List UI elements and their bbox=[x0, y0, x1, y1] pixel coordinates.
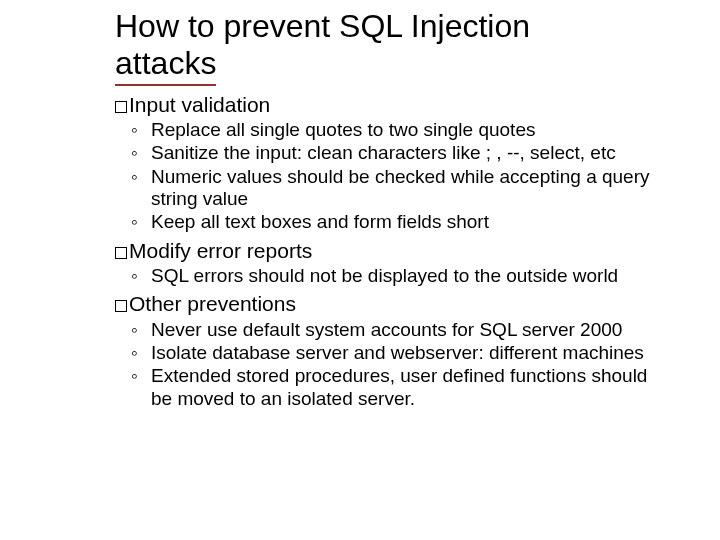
slide-title: How to prevent SQL Injection attacks bbox=[115, 8, 662, 86]
ring-bullet-icon: ◦ bbox=[131, 342, 151, 364]
ring-bullet-icon: ◦ bbox=[131, 119, 151, 141]
heading-text: Modify error reports bbox=[129, 239, 312, 262]
ring-bullet-icon: ◦ bbox=[131, 211, 151, 233]
title-line-2: attacks bbox=[115, 45, 216, 86]
section-items: ◦SQL errors should not be displayed to t… bbox=[131, 265, 662, 287]
checkbox-icon bbox=[115, 300, 127, 312]
list-item: ◦Isolate database server and webserver: … bbox=[131, 342, 662, 364]
section-items: ◦Replace all single quotes to two single… bbox=[131, 119, 662, 234]
list-item: ◦Replace all single quotes to two single… bbox=[131, 119, 662, 141]
list-item: ◦Numeric values should be checked while … bbox=[131, 166, 662, 211]
section-heading-other-preventions: Other preventions bbox=[115, 291, 662, 316]
section-items: ◦Never use default system accounts for S… bbox=[131, 319, 662, 411]
ring-bullet-icon: ◦ bbox=[131, 265, 151, 287]
list-item: ◦SQL errors should not be displayed to t… bbox=[131, 265, 662, 287]
ring-bullet-icon: ◦ bbox=[131, 365, 151, 410]
title-line-1: How to prevent SQL Injection bbox=[115, 8, 530, 44]
ring-bullet-icon: ◦ bbox=[131, 319, 151, 341]
checkbox-icon bbox=[115, 247, 127, 259]
checkbox-icon bbox=[115, 101, 127, 113]
heading-text: Other preventions bbox=[129, 292, 296, 315]
list-item: ◦Never use default system accounts for S… bbox=[131, 319, 662, 341]
list-item: ◦Sanitize the input: clean characters li… bbox=[131, 142, 662, 164]
section-heading-modify-error-reports: Modify error reports bbox=[115, 238, 662, 263]
ring-bullet-icon: ◦ bbox=[131, 166, 151, 211]
ring-bullet-icon: ◦ bbox=[131, 142, 151, 164]
list-item: ◦Keep all text boxes and form fields sho… bbox=[131, 211, 662, 233]
list-item: ◦Extended stored procedures, user define… bbox=[131, 365, 662, 410]
slide-body: Input validation ◦Replace all single quo… bbox=[115, 92, 662, 411]
slide: How to prevent SQL Injection attacks Inp… bbox=[0, 0, 720, 540]
heading-text: Input validation bbox=[129, 93, 270, 116]
section-heading-input-validation: Input validation bbox=[115, 92, 662, 117]
